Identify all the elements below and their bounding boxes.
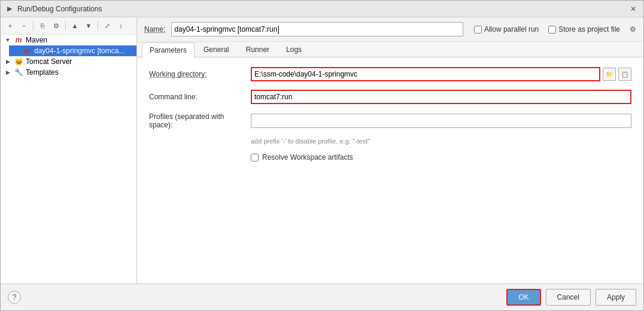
store-as-project-checkbox[interactable] [548, 26, 556, 33]
settings-button[interactable]: ⚙ [50, 20, 62, 32]
sidebar: + − ⎘ ⚙ ▲ ▼ ⤢ ↕ ▼ m Maven [1, 17, 137, 283]
command-line-wrap: → 运行命令 [251, 90, 631, 104]
command-line-row: Command line: → 运行命令 [149, 90, 631, 104]
profiles-wrap [251, 114, 631, 128]
maven-expand-arrow: ▼ [4, 37, 11, 43]
tabs-bar: Parameters General Runner Logs [137, 42, 643, 57]
toolbar-separator-1 [33, 21, 34, 31]
tree: ▼ m Maven m day04-1-springmvc [tomca... … [1, 35, 136, 78]
resolve-workspace-label[interactable]: Resolve Workspace artifacts [262, 153, 353, 161]
ok-button[interactable]: OK [506, 289, 540, 306]
templates-icon: 🔧 [14, 68, 23, 77]
tab-general[interactable]: General [196, 42, 237, 57]
allow-parallel-label[interactable]: Allow parallel run [474, 25, 539, 33]
run-debug-dialog: ▶ Run/Debug Configurations ✕ + − ⎘ ⚙ ▲ ▼… [0, 0, 644, 311]
tomcat-icon: 🐱 [14, 57, 23, 66]
right-panel: Name: Allow parallel run Store as projec… [137, 17, 643, 283]
tree-item-day04[interactable]: m day04-1-springmvc [tomca... [9, 45, 136, 56]
tomcat-label: Tomcat Server [26, 57, 72, 66]
maven-label: Maven [26, 36, 47, 44]
move-up-button[interactable]: ▲ [69, 20, 81, 32]
working-dir-macro-button[interactable]: 📋 [618, 68, 631, 81]
dialog-title: Run/Debug Configurations [17, 5, 102, 13]
templates-expand-arrow: ▶ [4, 69, 11, 75]
name-label: Name: [144, 25, 165, 33]
tomcat-expand-arrow: ▶ [4, 59, 11, 65]
name-input[interactable] [171, 22, 463, 36]
tab-content-parameters: Working directory: 📁 📋 → 指定工程路径 [137, 57, 643, 283]
help-button[interactable]: ? [8, 291, 21, 304]
working-directory-wrap: 📁 📋 → 指定工程路径 [251, 67, 631, 81]
dialog-icon: ▶ [5, 5, 14, 13]
working-directory-input[interactable] [251, 67, 600, 81]
name-row: Name: Allow parallel run Store as projec… [137, 17, 643, 42]
resolve-workspace-row: Resolve Workspace artifacts [251, 153, 631, 161]
day04-label: day04-1-springmvc [tomca... [34, 47, 124, 55]
close-button[interactable]: ✕ [628, 4, 639, 14]
day04-icon: m [22, 47, 32, 55]
command-line-label: Command line: [149, 93, 245, 101]
tab-logs[interactable]: Logs [278, 42, 309, 57]
move-down-button[interactable]: ▼ [83, 20, 95, 32]
tab-runner[interactable]: Runner [238, 42, 277, 57]
copy-config-button[interactable]: ⎘ [37, 20, 48, 32]
working-directory-label: Working directory: [149, 70, 245, 78]
toolbar-separator-3 [98, 21, 98, 31]
tab-parameters[interactable]: Parameters [142, 42, 195, 57]
profiles-hint: add prefix '-' to disable profile, e.g. … [251, 138, 631, 145]
title-bar: ▶ Run/Debug Configurations ✕ [1, 1, 643, 17]
add-config-button[interactable]: + [4, 20, 16, 32]
allow-parallel-checkbox[interactable] [474, 26, 482, 33]
bottom-bar: ? OK Cancel Apply [1, 283, 643, 310]
profiles-input[interactable] [251, 114, 631, 128]
tree-item-templates[interactable]: ▶ 🔧 Templates [1, 67, 136, 78]
toolbar-separator-2 [65, 21, 66, 31]
apply-button[interactable]: Apply [596, 289, 636, 306]
cancel-button[interactable]: Cancel [546, 289, 591, 306]
remove-config-button[interactable]: − [18, 20, 30, 32]
store-as-project-label[interactable]: Store as project file [548, 25, 620, 33]
sidebar-toolbar: + − ⎘ ⚙ ▲ ▼ ⤢ ↕ [1, 17, 136, 35]
gear-icon[interactable]: ⚙ [630, 25, 636, 33]
main-content: + − ⎘ ⚙ ▲ ▼ ⤢ ↕ ▼ m Maven [1, 17, 643, 283]
profiles-row: Profiles (separated with space): [149, 112, 631, 129]
maven-icon: m [14, 36, 23, 44]
resolve-workspace-checkbox[interactable] [251, 154, 259, 161]
tree-item-tomcat[interactable]: ▶ 🐱 Tomcat Server [1, 56, 136, 67]
sort-button[interactable]: ↕ [115, 20, 127, 32]
command-line-input[interactable] [251, 90, 631, 104]
working-directory-row: Working directory: 📁 📋 → 指定工程路径 [149, 67, 631, 81]
maven-children: m day04-1-springmvc [tomca... [1, 45, 136, 56]
working-dir-browse-button[interactable]: 📁 [603, 68, 616, 81]
options-row: Allow parallel run Store as project file… [474, 25, 636, 33]
title-bar-left: ▶ Run/Debug Configurations [5, 5, 102, 13]
templates-label: Templates [26, 68, 59, 77]
profiles-label: Profiles (separated with space): [149, 112, 245, 129]
move-button[interactable]: ⤢ [101, 20, 113, 32]
tree-item-maven[interactable]: ▼ m Maven [1, 35, 136, 45]
